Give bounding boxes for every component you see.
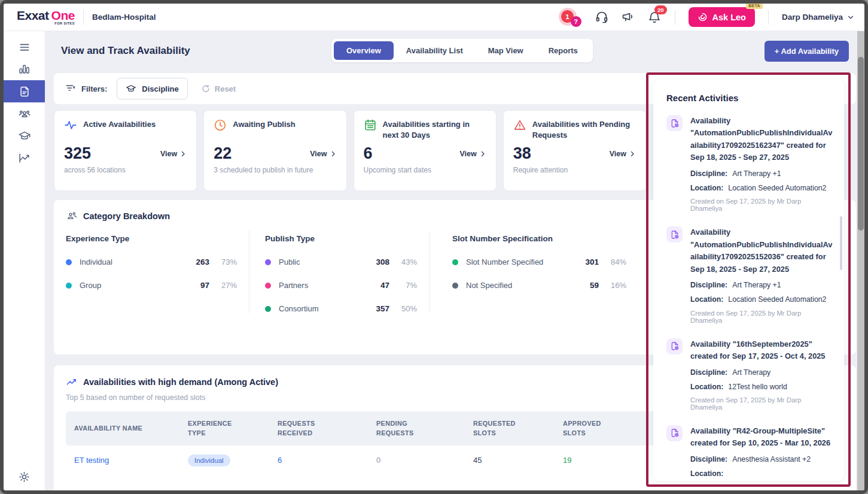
section-title: Availabilities with high demand (Among A… [83, 377, 278, 387]
sidebar-menu-toggle[interactable] [4, 36, 45, 58]
filter-funnel-icon [65, 83, 76, 95]
legend-dot [265, 259, 271, 265]
support-headset-icon[interactable] [595, 10, 609, 25]
line-chart-icon [18, 151, 31, 165]
sidebar-item-settings[interactable] [4, 471, 45, 483]
document-icon [19, 86, 31, 98]
col-pending-requests: PENDING REQUESTS [368, 411, 465, 445]
activity-created: Created on Sep 17, 2025 by Mr Darp Dhame… [690, 310, 835, 324]
view-link[interactable]: View [459, 150, 486, 158]
sidebar [4, 31, 45, 490]
breakdown-row: Consortium 357 50% [265, 304, 417, 313]
breakdown-group-slot-specification: Slot Number Specification Slot Number Sp… [429, 231, 626, 313]
activity-title: Availability "16thSeptember2025" created… [690, 338, 835, 363]
sidebar-item-people[interactable] [4, 102, 45, 125]
chevron-right-icon [629, 150, 636, 157]
experience-type-cell: Individual [179, 445, 269, 475]
panel-title: Recent Activities [666, 93, 835, 103]
col-experience-type: EXPERIENCE TYPE [179, 411, 269, 445]
reset-filters-button[interactable]: Reset [197, 83, 239, 94]
activity-discipline: Art Therapy +1 [732, 281, 781, 289]
sidebar-item-dashboard[interactable] [4, 58, 45, 80]
announcements-megaphone-icon[interactable] [621, 10, 635, 25]
tab-availability-list[interactable]: Availability List [394, 41, 476, 60]
sidebar-item-education[interactable] [4, 125, 45, 147]
app-window: Exxat One FOR SITES Bedlam-Hospital 1 ? [0, 0, 868, 494]
filters-label: Filters: [81, 84, 107, 93]
file-plus-icon [666, 338, 683, 354]
activity-title: Availability "R42-Group-MultipleSite" cr… [690, 425, 835, 450]
legend-dot [265, 306, 271, 312]
stat-card-pending-requests: Availabilities with Pending Requests 38 … [503, 110, 646, 191]
sidebar-item-availability[interactable] [4, 80, 45, 102]
col-availability-name: AVAILABILITY NAME [66, 411, 179, 445]
bar-chart-icon [18, 63, 31, 75]
activity-location: Location Seeded Automation2 [728, 184, 826, 192]
stat-subtitle: across 56 locations [64, 166, 187, 174]
stat-value: 325 [64, 144, 91, 163]
divider [768, 10, 769, 25]
file-plus-icon [666, 425, 683, 441]
clock-icon [214, 119, 227, 132]
activity-location: Location Seeded Automation2 [728, 295, 826, 304]
logo-exxat: Exxat [17, 9, 49, 22]
activity-item: Availability "R42-Group-MultipleSite" cr… [666, 425, 835, 481]
trend-up-icon [66, 376, 78, 388]
view-link[interactable]: View [310, 150, 336, 158]
view-link[interactable]: View [610, 150, 636, 158]
window-scrollbar-thumb[interactable] [858, 57, 864, 231]
user-menu[interactable]: Darp Dhameliya [782, 13, 855, 22]
beta-badge: BETA [746, 2, 763, 9]
stat-value: 38 [513, 144, 531, 163]
breakdown-group-experience-type: Experience Type Individual 263 73% Group [66, 231, 249, 313]
panel-scrollbar-thumb[interactable] [840, 216, 842, 270]
stat-value: 6 [364, 144, 373, 163]
ask-leo-button[interactable]: Ask Leo BETA [689, 7, 755, 27]
legend-dot [265, 283, 271, 289]
view-link[interactable]: View [160, 150, 187, 158]
breakdown-group-publish-type: Publish Type Public 308 43% Partners 47 [249, 231, 429, 313]
users-group-icon [66, 210, 78, 222]
activity-location: 12Test hello world [728, 383, 787, 391]
recent-activities-panel: Recent Activities Availability "Automati… [653, 80, 844, 481]
users-group-icon [18, 107, 31, 120]
legend-dot [452, 259, 458, 265]
breakdown-row: Public 308 43% [265, 257, 417, 266]
legend-dot [452, 283, 458, 289]
activity-item: Availability "16thSeptember2025" created… [666, 338, 835, 411]
availability-name-link[interactable]: ET testing [66, 445, 179, 475]
notifications-bell-icon[interactable]: 20 [647, 10, 662, 25]
requests-received-cell[interactable]: 6 [269, 445, 368, 475]
group-heading: Slot Number Specification [452, 234, 626, 243]
tab-reports[interactable]: Reports [536, 41, 590, 60]
add-availability-button[interactable]: + Add Availability [765, 41, 849, 62]
calendar-icon [364, 119, 377, 132]
tab-map-view[interactable]: Map View [476, 41, 536, 60]
discipline-filter-button[interactable]: Discipline [117, 78, 187, 99]
breakdown-row: Individual 263 73% [66, 257, 237, 266]
divider [83, 10, 84, 25]
stat-card-awaiting-publish: Awaiting Publish 22 View 3 scheduled to … [203, 110, 346, 191]
reset-refresh-icon [201, 84, 211, 93]
chevron-right-icon [479, 150, 486, 157]
activity-discipline: Anesthesia Assistant +2 [732, 455, 811, 463]
stat-subtitle: Upcoming start dates [364, 166, 486, 174]
help-icon[interactable]: ? [571, 16, 581, 27]
activity-title: Availability "AutomationPublicPublishInd… [690, 115, 835, 164]
help-notification-cluster[interactable]: 1 ? [559, 8, 583, 27]
experience-type-badge: Individual [188, 454, 230, 466]
tab-overview[interactable]: Overview [334, 41, 394, 60]
hamburger-menu-icon [19, 41, 31, 53]
stat-title: Awaiting Publish [233, 119, 296, 130]
org-name: Bedlam-Hospital [92, 13, 156, 22]
chevron-down-icon [846, 13, 855, 22]
sidebar-item-analytics[interactable] [4, 147, 45, 169]
stat-cards-row: Active Availabilities 325 View across 56… [54, 110, 646, 191]
activity-item: Availability "AutomationPublicPublishInd… [666, 226, 835, 323]
logo-tagline: FOR SITES [54, 22, 75, 26]
logo-one: One [51, 9, 75, 22]
stat-subtitle: 3 scheduled to publish in future [214, 166, 336, 174]
main-content: View and Track Availability Overview Ava… [45, 31, 864, 490]
stat-value: 22 [214, 144, 232, 163]
activity-title: Availability "AutomationPublicPublishInd… [690, 226, 835, 275]
